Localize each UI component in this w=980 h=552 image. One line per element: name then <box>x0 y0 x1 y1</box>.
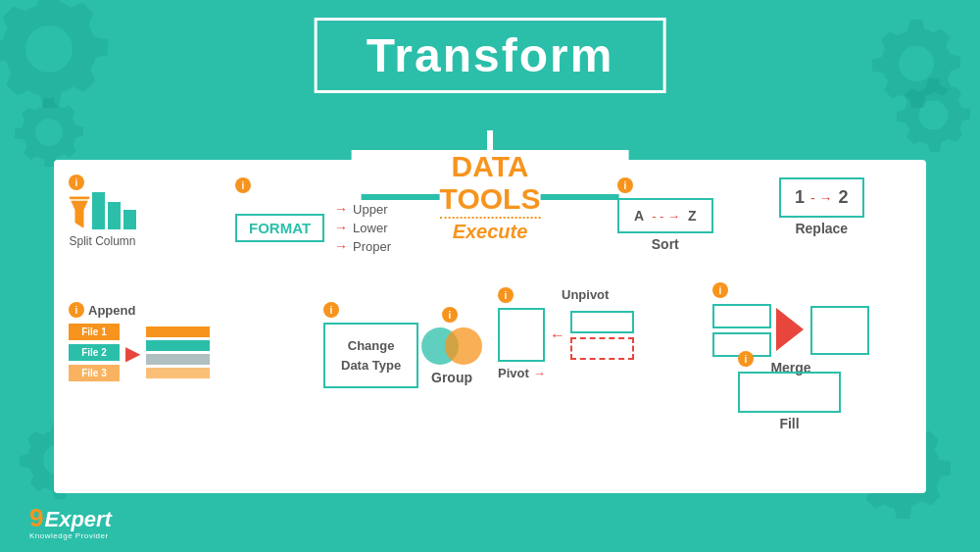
replace-box: 1 - → 2 <box>779 177 864 218</box>
append-section: i Append File 1 File 2 File 3 ▶ <box>69 302 210 381</box>
svg-marker-0 <box>70 197 89 227</box>
content-box: DATA TOOLS Execute i <box>54 160 926 493</box>
replace-from: 1 <box>795 187 805 208</box>
group-section: i Group <box>421 307 482 385</box>
change-data-type-section: i ChangeData Type <box>323 302 418 388</box>
merge-diagram <box>712 303 869 357</box>
logo-nine: 9 <box>29 503 43 533</box>
unpivot-box-bottom <box>570 337 634 360</box>
bar-2 <box>108 202 121 229</box>
merge-info-row: i <box>712 282 869 298</box>
funnel-icon <box>69 195 90 229</box>
sort-arrow-icon: - - → <box>652 209 680 224</box>
sort-label: Sort <box>617 236 713 252</box>
logo-tagline: Knowledge Provider <box>29 531 112 540</box>
file-2-box: File 2 <box>69 344 120 361</box>
format-box: FORMAT <box>235 214 324 242</box>
unpivot-diagram-row: ← <box>498 308 634 362</box>
unpivot-arrow-icon: ← <box>550 326 565 344</box>
pivot-info-icon: i <box>498 287 514 303</box>
change-type-box: ChangeData Type <box>323 323 418 388</box>
sort-info-icon: i <box>617 177 633 193</box>
format-lower-row: → Lower <box>334 220 391 235</box>
format-section: i FORMAT → Upper → Lower → Proper <box>235 177 391 257</box>
pivot-arrow-icon: → <box>533 366 546 380</box>
append-diagram: File 1 File 2 File 3 ▶ <box>69 324 210 381</box>
fill-label: Fill <box>738 416 841 431</box>
merge-funnel-icon <box>776 303 806 357</box>
append-info-icon: i <box>69 302 84 318</box>
group-circle-right <box>445 327 482 365</box>
append-label: Append <box>88 303 135 318</box>
title-box: Transform <box>315 18 666 93</box>
fill-box <box>738 372 841 413</box>
fill-info-row: i <box>738 351 841 367</box>
sort-section: i A - - → Z Sort <box>617 177 713 252</box>
pivot-label-row: Pivot → <box>498 366 634 380</box>
execute-label: Execute <box>440 221 541 243</box>
sort-z-label: Z <box>688 208 697 224</box>
replace-arrow-icon: - → <box>810 190 833 206</box>
result-stack <box>146 326 210 378</box>
split-column-section: i Split Column <box>69 175 136 248</box>
group-info-row: i <box>421 307 482 323</box>
gear-decoration-tl <box>0 0 108 112</box>
append-label-row: i Append <box>69 302 210 318</box>
unpivot-box-top <box>570 311 634 333</box>
bar-3 <box>123 210 136 229</box>
sort-info-row: i <box>617 177 713 193</box>
change-type-info-icon: i <box>323 302 339 318</box>
merge-result-box <box>810 306 869 355</box>
append-arrow-icon: ▶ <box>125 341 140 365</box>
gear-decoration-mr <box>897 78 970 156</box>
arrow-proper-icon: → <box>334 238 348 254</box>
split-column-info-row: i <box>69 175 136 190</box>
unpivot-label: Unpivot <box>562 287 609 302</box>
bar-1 <box>92 192 105 229</box>
pivot-label: Pivot <box>498 366 529 380</box>
format-lower-label: Lower <box>353 221 387 235</box>
arrow-lower-icon: → <box>334 220 348 235</box>
main-title: Transform <box>367 29 614 81</box>
logo-brand: 9 Expert <box>29 503 112 533</box>
unpivot-source-box <box>498 308 545 362</box>
merge-boxes-left <box>712 304 771 357</box>
fill-info-icon: i <box>738 351 754 367</box>
arrow-upper-icon: → <box>334 201 348 217</box>
replace-to: 2 <box>839 187 849 208</box>
replace-label: Replace <box>779 221 864 236</box>
result-bar-3 <box>146 354 210 365</box>
format-upper-label: Upper <box>353 202 387 217</box>
data-tools-title: DATA TOOLS <box>440 150 541 215</box>
replace-section: 1 - → 2 Replace <box>779 177 864 236</box>
logo-section: 9 Expert Knowledge Provider <box>29 503 112 540</box>
sort-box: A - - → Z <box>617 198 713 233</box>
format-info-row: i <box>235 177 391 193</box>
data-tools-header: DATA TOOLS Execute <box>352 150 629 243</box>
logo-expert: Expert <box>44 507 111 532</box>
result-bar-2 <box>146 340 210 351</box>
group-label: Group <box>421 370 482 385</box>
result-bar-4 <box>146 368 210 378</box>
pivot-unpivot-section: i Unpivot ← Pivot → <box>498 287 634 380</box>
file-1-box: File 1 <box>69 324 120 340</box>
group-info-icon: i <box>442 307 458 323</box>
svg-marker-2 <box>776 308 804 351</box>
change-type-info-row: i <box>323 302 418 318</box>
file-list: File 1 File 2 File 3 <box>69 324 120 381</box>
format-proper-row: → Proper <box>334 238 391 254</box>
result-bar-1 <box>146 326 210 337</box>
change-type-label: ChangeData Type <box>341 338 401 373</box>
sort-a-label: A <box>634 208 644 224</box>
split-column-info-icon: i <box>69 175 84 190</box>
fill-section: i Fill <box>738 351 841 431</box>
format-upper-row: → Upper <box>334 201 391 217</box>
format-proper-label: Proper <box>353 239 391 254</box>
merge-info-icon: i <box>712 282 728 298</box>
file-3-box: File 3 <box>69 365 120 381</box>
group-circles <box>421 327 482 365</box>
split-column-label: Split Column <box>69 234 136 248</box>
merge-box-1 <box>712 304 771 328</box>
format-info-icon: i <box>235 177 251 193</box>
